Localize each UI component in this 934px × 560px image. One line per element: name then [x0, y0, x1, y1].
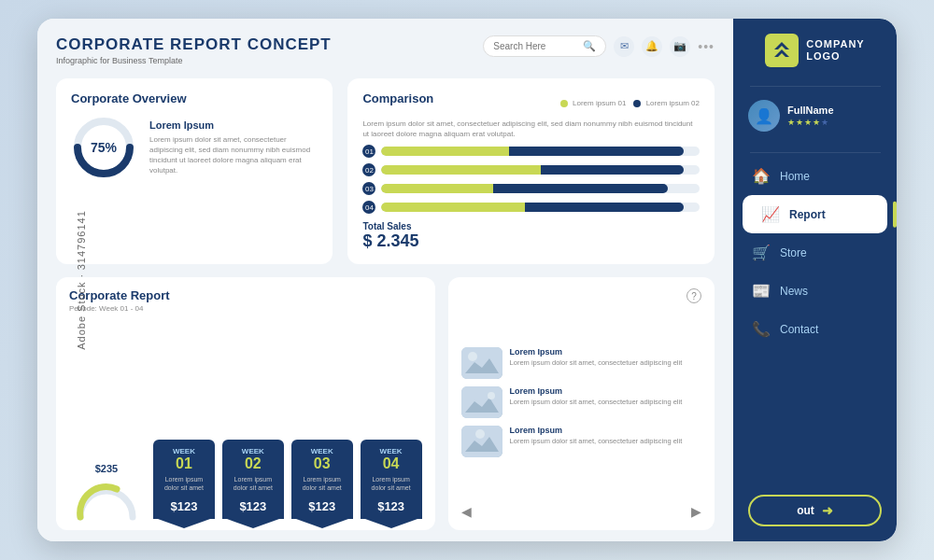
news-thumb-svg-1 — [461, 347, 502, 379]
dashboard-container: CORPORATE REPORT CONCEPT Infographic for… — [37, 19, 897, 541]
search-bar[interactable]: 🔍 — [483, 35, 606, 57]
news-section: ? Lorem Ipsum Lorem ips — [448, 277, 715, 530]
watermark-text: Adobe Stock · 314796141 — [76, 210, 87, 350]
header-tools: 🔍 ✉ 🔔 📷 ••• — [483, 35, 715, 57]
banner-num-2: 02 — [228, 455, 278, 472]
nav-next-arrow[interactable]: ▶ — [691, 504, 701, 519]
camera-icon[interactable]: 📷 — [670, 36, 690, 57]
svg-point-10 — [475, 429, 485, 439]
sidebar-item-store[interactable]: 🛒 Store — [733, 233, 897, 272]
week-banner-1: WEEK 01 Lorem ipsum dolor sit amet $123 — [153, 440, 215, 519]
bar-label-1: 01 — [362, 145, 375, 158]
news-items: Lorem Ipsum Lorem ipsum dolor sit amet, … — [461, 303, 701, 500]
banner-week-2: WEEK — [228, 447, 278, 455]
banner-price-3: $123 — [297, 499, 347, 513]
legend-dot-b — [633, 100, 641, 107]
out-arrow-icon: ➜ — [822, 503, 833, 518]
news-thumbnail-2 — [461, 386, 502, 418]
sidebar-item-report[interactable]: 📈 Report — [743, 195, 887, 233]
news-info-3: Lorem Ipsum Lorem ipsum dolor sit amet, … — [510, 426, 683, 446]
report-period: Periode: Week 01 - 04 — [69, 304, 422, 313]
banner-body-4: WEEK 04 Lorem ipsum dolor sit amet $123 — [361, 440, 422, 519]
comparison-section: Comparison Lorem ipsum 01 Lorem ipsum 02… — [347, 78, 715, 264]
sidebar-item-home[interactable]: 🏠 Home — [733, 157, 897, 195]
search-input[interactable] — [493, 41, 577, 51]
logo-svg — [771, 40, 793, 61]
banner-desc-2: Lorem ipsum dolor sit amet — [228, 475, 278, 492]
sidebar-item-news[interactable]: 📰 News — [733, 272, 897, 310]
bar-fill-b-3 — [493, 184, 668, 193]
bar-fill-a-1 — [381, 147, 508, 156]
comparison-legend: Lorem ipsum 01 Lorem ipsum 02 — [560, 99, 700, 107]
banner-body-2: WEEK 02 Lorem ipsum dolor sit amet $123 — [222, 440, 284, 519]
news-nav: ◀ ▶ — [461, 504, 701, 519]
svg-marker-12 — [774, 49, 789, 57]
out-label: out — [797, 504, 814, 517]
sidebar-item-label-store: Store — [780, 246, 807, 259]
bar-row-4: 04 — [362, 201, 700, 214]
banner-week-4: WEEK — [366, 447, 417, 455]
overview-section: Corporate Overview 75% Lorem Ipsum Lorem… — [56, 78, 333, 264]
mail-icon[interactable]: ✉ — [614, 36, 634, 57]
main-content: CORPORATE REPORT CONCEPT Infographic for… — [37, 19, 733, 541]
comparison-title: Comparison — [362, 91, 433, 105]
legend-a: Lorem ipsum 01 — [560, 99, 627, 107]
bell-icon[interactable]: 🔔 — [642, 36, 662, 57]
news-icon: 📰 — [752, 282, 771, 300]
sidebar-item-label-news: News — [780, 285, 808, 298]
news-desc-3: Lorem ipsum dolor sit amet, consectetuer… — [510, 437, 683, 446]
bar-track-2 — [381, 165, 700, 175]
overview-text: Lorem Ipsum Lorem ipsum dolor sit amet, … — [149, 119, 318, 176]
bar-label-3: 03 — [362, 182, 375, 195]
week-banner-4: WEEK 04 Lorem ipsum dolor sit amet $123 — [361, 440, 422, 519]
sidebar-divider-2 — [750, 152, 881, 153]
nav-items: 🏠 Home 📈 Report 🛒 Store 📰 News 📞 Contact — [733, 157, 897, 485]
bar-fill-a-4 — [381, 203, 524, 212]
star-1: ★ — [787, 118, 795, 127]
report-section: Corporate Report Periode: Week 01 - 04 $… — [56, 277, 435, 530]
banner-body-3: WEEK 03 Lorem ipsum dolor sit amet $123 — [291, 440, 353, 519]
banner-num-4: 04 — [366, 455, 417, 472]
store-icon: 🛒 — [752, 244, 771, 261]
news-title-3: Lorem Ipsum — [510, 426, 683, 435]
overview-body: 75% Lorem Ipsum Lorem ipsum dolor sit am… — [71, 115, 318, 180]
bar-fill-b-2 — [541, 165, 684, 175]
report-title: Corporate Report — [69, 288, 422, 302]
nav-prev-arrow[interactable]: ◀ — [461, 504, 472, 519]
help-icon[interactable]: ? — [686, 288, 701, 303]
bar-track-3 — [381, 184, 700, 193]
gauge-value: $235 — [95, 459, 118, 476]
banner-week-3: WEEK — [297, 447, 347, 455]
sidebar-item-label-home: Home — [780, 170, 810, 183]
news-desc-2: Lorem ipsum dolor sit amet, consectetuer… — [510, 398, 683, 407]
more-options-icon[interactable]: ••• — [698, 39, 715, 54]
sidebar-divider-1 — [750, 86, 881, 87]
profile-area: 👤 FullName ★ ★ ★ ★ ★ — [733, 91, 897, 141]
news-title-1: Lorem Ipsum — [510, 347, 683, 357]
profile-info: FullName ★ ★ ★ ★ ★ — [787, 105, 834, 127]
news-thumbnail-3 — [461, 426, 502, 457]
banner-week-1: WEEK — [159, 447, 209, 455]
bar-fill-b-1 — [509, 147, 684, 156]
sidebar-item-contact[interactable]: 📞 Contact — [733, 310, 897, 348]
profile-name: FullName — [787, 105, 834, 116]
sidebar-item-label-contact: Contact — [780, 323, 818, 336]
svg-point-4 — [468, 352, 477, 361]
banner-price-4: $123 — [366, 499, 417, 513]
week-banner-2: WEEK 02 Lorem ipsum dolor sit amet $123 — [222, 440, 284, 519]
comparison-header: Comparison Lorem ipsum 01 Lorem ipsum 02 — [362, 91, 700, 115]
legend-b: Lorem ipsum 02 — [633, 99, 700, 107]
gauge-area: $235 — [69, 459, 144, 519]
bar-fill-b-4 — [525, 203, 684, 212]
legend-dot-a — [560, 100, 568, 107]
week-banner-3: WEEK 03 Lorem ipsum dolor sit amet $123 — [291, 440, 353, 519]
company-logo-area: COMPANY LOGO — [750, 34, 879, 67]
donut-label: 75% — [91, 140, 117, 155]
banner-num-3: 03 — [297, 455, 347, 472]
report-body: $235 WEEK 01 — [69, 320, 422, 519]
banner-num-1: 01 — [159, 455, 209, 472]
news-help: ? — [461, 288, 701, 303]
week-banners: WEEK 01 Lorem ipsum dolor sit amet $123 … — [153, 440, 422, 519]
overview-title: Corporate Overview — [71, 91, 318, 105]
out-button[interactable]: out ➜ — [748, 495, 882, 526]
